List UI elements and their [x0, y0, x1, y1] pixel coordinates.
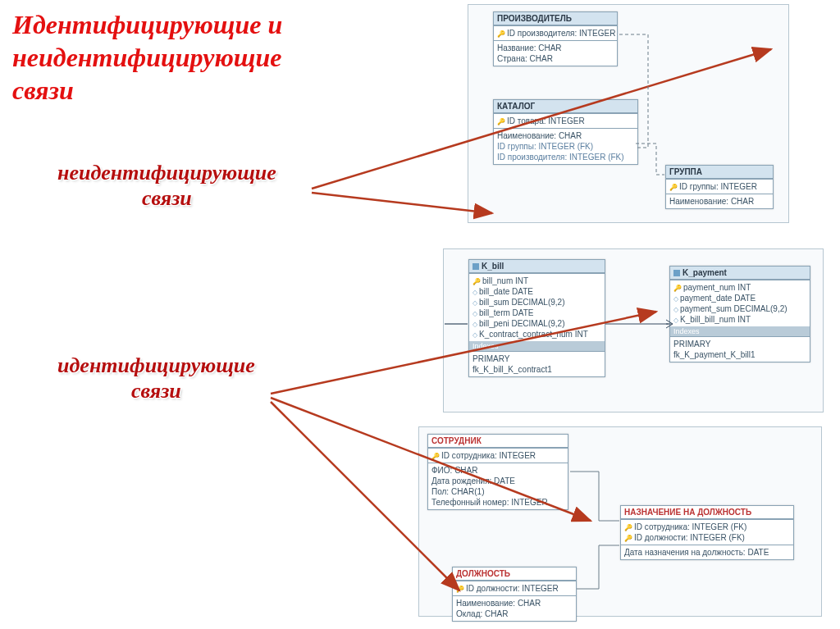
- label-nonidentifying: неидентифицирующиесвязи: [57, 160, 276, 211]
- entity-employee: СОТРУДНИК ID сотрудника: INTEGER ФИО: CH…: [427, 434, 568, 510]
- entity-k-payment: K_payment payment_num INT payment_date D…: [669, 266, 810, 362]
- page-title: Идентифицирующие инеидентифицирующиесвяз…: [12, 8, 282, 107]
- diagram-nonident-entities: ПРОИЗВОДИТЕЛЬ ID производителя: INTEGER …: [468, 4, 789, 223]
- label-identifying: идентифицирующиесвязи: [57, 353, 255, 403]
- arrow-nonident-2: [312, 193, 492, 213]
- entity-group: ГРУППА ID группы: INTEGER Наименование: …: [665, 165, 774, 209]
- entity-title: ГРУППА: [666, 166, 773, 179]
- table-icon: [472, 263, 479, 270]
- entity-producer: ПРОИЗВОДИТЕЛЬ ID производителя: INTEGER …: [493, 11, 618, 66]
- entity-k-bill: K_bill bill_num INT bill_date DATE bill_…: [468, 259, 605, 377]
- entity-title: КАТАЛОГ: [494, 100, 637, 113]
- diagram-identifying-entities: СОТРУДНИК ID сотрудника: INTEGER ФИО: CH…: [418, 426, 822, 617]
- table-icon: [673, 270, 680, 276]
- entity-title: ПРОИЗВОДИТЕЛЬ: [494, 12, 617, 25]
- entity-position: ДОЛЖНОСТЬ ID должности: INTEGER Наименов…: [452, 567, 577, 622]
- entity-assignment: НАЗНАЧЕНИЕ НА ДОЛЖНОСТЬ ID сотрудника: I…: [620, 505, 794, 560]
- diagram-identifying-tables: K_bill bill_num INT bill_date DATE bill_…: [443, 248, 824, 412]
- entity-catalog: КАТАЛОГ ID товара: INTEGER Наименование:…: [493, 99, 638, 165]
